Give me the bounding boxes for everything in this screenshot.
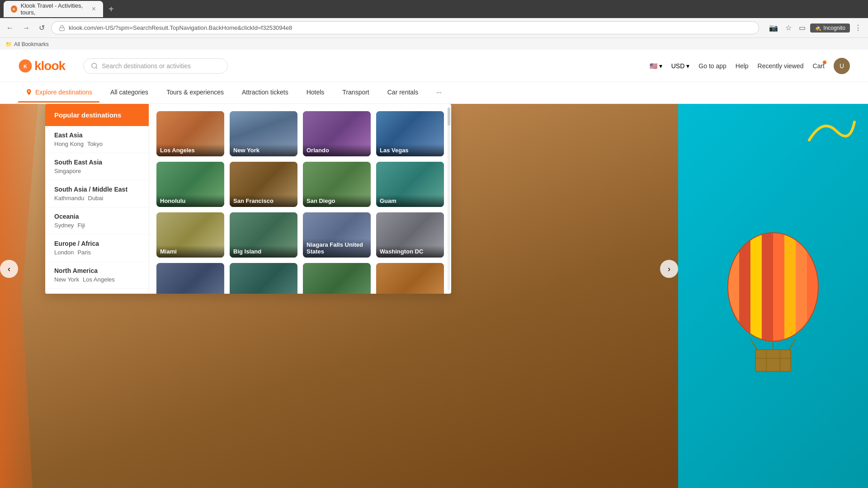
- destination-los-angeles[interactable]: Los Angeles: [156, 111, 224, 156]
- destination-las-vegas[interactable]: Las Vegas: [376, 111, 444, 156]
- site-header: K klook Search destinations or activitie…: [0, 50, 868, 82]
- kathmandu-link[interactable]: Kathmandu: [54, 195, 85, 202]
- scrollbar-thumb: [448, 108, 450, 126]
- dropdown-header: Popular destinations: [45, 104, 149, 126]
- region-south-asia-middle-east[interactable]: South Asia / Middle East Kathmandu Dubai: [45, 180, 149, 207]
- nav-more[interactable]: ···: [429, 83, 449, 103]
- nav-transport-label: Transport: [342, 89, 369, 96]
- destination-honolulu[interactable]: Honolulu: [156, 162, 224, 207]
- nav-tours-experiences[interactable]: Tours & experiences: [159, 83, 231, 103]
- address-bar[interactable]: klook.com/en-US/?spm=SearchResult.TopNav…: [51, 21, 759, 34]
- dropdown-arrow: ▾: [659, 62, 662, 70]
- destination-washington-dc[interactable]: Washington DC: [376, 212, 444, 258]
- singapore-link[interactable]: Singapore: [54, 168, 81, 174]
- bookmark-star-icon[interactable]: ☆: [783, 21, 794, 35]
- active-tab[interactable]: K Klook Travel - Activities, tours, ×: [4, 1, 103, 17]
- fiji-link[interactable]: Fiji: [77, 222, 85, 229]
- region-north-america[interactable]: North America New York Los Angeles: [45, 262, 149, 289]
- nav-all-categories-label: All categories: [110, 89, 148, 96]
- new-tab-button[interactable]: +: [105, 2, 118, 16]
- same-cities: Kathmandu Dubai: [54, 195, 140, 202]
- squiggle-decoration: [805, 113, 859, 149]
- incognito-badge: 🕵 Incognito: [810, 23, 850, 33]
- bookmarks-bar: 📁 All Bookmarks: [0, 38, 868, 51]
- svg-rect-0: [60, 28, 65, 30]
- dropdown-sidebar: Popular destinations East Asia Hong Kong…: [45, 104, 149, 294]
- region-east-asia[interactable]: East Asia Hong Kong Tokyo: [45, 126, 149, 153]
- dest-label-niagara: Niagara Falls United States: [303, 239, 371, 258]
- svg-rect-13: [784, 233, 796, 341]
- destination-orlando[interactable]: Orlando: [303, 111, 371, 156]
- europe-africa-label: Europe / Africa: [54, 240, 140, 247]
- tab-manager-icon[interactable]: ▭: [796, 21, 808, 35]
- language-selector[interactable]: 🇺🇸 ▾: [650, 62, 662, 70]
- forward-button[interactable]: →: [20, 21, 33, 35]
- destination-miami[interactable]: Miami: [156, 212, 224, 258]
- oceania-label: Oceania: [54, 213, 140, 220]
- destination-guam[interactable]: Guam: [376, 162, 444, 207]
- recently-viewed-link[interactable]: Recently viewed: [758, 62, 804, 70]
- destination-niagara-falls[interactable]: Niagara Falls United States: [303, 212, 371, 258]
- sydney-link[interactable]: Sydney: [54, 222, 74, 229]
- region-south-east-asia[interactable]: South East Asia Singapore: [45, 153, 149, 180]
- nav-hotels[interactable]: Hotels: [299, 83, 332, 103]
- tokyo-link[interactable]: Tokyo: [87, 141, 103, 147]
- menu-icon[interactable]: ⋮: [852, 21, 864, 35]
- hong-kong-link[interactable]: Hong Kong: [54, 141, 84, 147]
- svg-point-3: [92, 63, 97, 68]
- user-avatar[interactable]: U: [834, 58, 850, 74]
- browser-toolbar: ← → ↺ klook.com/en-US/?spm=SearchResult.…: [0, 18, 868, 38]
- nav-car-rentals-label: Car rentals: [387, 89, 418, 96]
- nav-attraction-tickets[interactable]: Attraction tickets: [235, 83, 296, 103]
- same-label: South Asia / Middle East: [54, 186, 140, 193]
- europe-cities: London Paris: [54, 249, 140, 256]
- search-bar[interactable]: Search destinations or activities: [83, 58, 228, 74]
- tab-title: Klook Travel - Activities, tours,: [21, 2, 88, 16]
- bookmarks-label[interactable]: All Bookmarks: [14, 41, 49, 47]
- region-oceania[interactable]: Oceania Sydney Fiji: [45, 207, 149, 235]
- destination-san-francisco[interactable]: San Francisco: [230, 162, 297, 207]
- camera-icon[interactable]: 📷: [766, 21, 781, 35]
- los-angeles-link[interactable]: Los Angeles: [83, 276, 115, 283]
- search-icon: [91, 62, 98, 70]
- dest-label-sf: San Francisco: [230, 195, 297, 207]
- svg-rect-7: [728, 233, 739, 341]
- help-link[interactable]: Help: [736, 62, 749, 70]
- destination-new-york[interactable]: New York: [230, 111, 297, 156]
- nav-car-rentals[interactable]: Car rentals: [380, 83, 425, 103]
- back-button[interactable]: ←: [4, 21, 16, 35]
- destination-seattle[interactable]: Seattle: [303, 263, 371, 294]
- sea-label: South East Asia: [54, 159, 140, 166]
- search-placeholder: Search destinations or activities: [102, 62, 191, 70]
- region-europe-africa[interactable]: Europe / Africa London Paris: [45, 235, 149, 262]
- url-display: klook.com/en-US/?spm=SearchResult.TopNav…: [69, 24, 292, 31]
- nav-attraction-label: Attraction tickets: [242, 89, 288, 96]
- tab-close-button[interactable]: ×: [92, 5, 96, 13]
- klook-logo[interactable]: K klook: [18, 59, 65, 73]
- nav-explore-label: Explore destinations: [35, 89, 92, 96]
- logo-text: klook: [34, 59, 65, 73]
- nav-more-label: ···: [436, 89, 442, 96]
- new-york-link[interactable]: New York: [54, 276, 79, 283]
- destination-key-west[interactable]: Key West: [376, 263, 444, 294]
- incognito-label: Incognito: [823, 25, 845, 31]
- nav-all-categories[interactable]: All categories: [103, 83, 156, 103]
- nav-transport[interactable]: Transport: [335, 83, 376, 103]
- go-to-app-link[interactable]: Go to app: [698, 62, 726, 70]
- currency-selector[interactable]: USD ▾: [671, 62, 690, 70]
- destination-big-island[interactable]: Big Island: [230, 212, 297, 258]
- dubai-link[interactable]: Dubai: [88, 195, 104, 202]
- destination-san-diego[interactable]: San Diego: [303, 162, 371, 207]
- paris-link[interactable]: Paris: [77, 249, 91, 256]
- svg-rect-19: [756, 350, 790, 371]
- cart-button[interactable]: Cart: [813, 62, 825, 70]
- dest-label-honolulu: Honolulu: [156, 195, 224, 207]
- dropdown-scrollbar[interactable]: [448, 108, 450, 290]
- dropdown-overlay: Popular destinations East Asia Hong Kong…: [0, 104, 678, 488]
- reload-button[interactable]: ↺: [36, 21, 47, 35]
- destination-boston[interactable]: Boston: [230, 263, 297, 294]
- cart-notification-dot: [823, 61, 826, 64]
- london-link[interactable]: London: [54, 249, 74, 256]
- nav-explore-destinations[interactable]: Explore destinations: [18, 83, 99, 103]
- destination-chicago[interactable]: Chicago: [156, 263, 224, 294]
